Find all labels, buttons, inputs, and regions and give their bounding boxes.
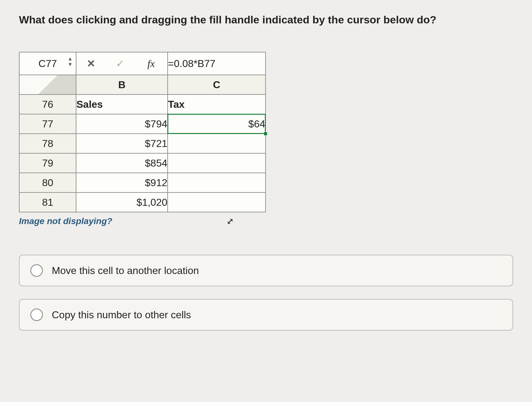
radio-icon[interactable] xyxy=(30,264,43,277)
stepper-up-icon[interactable]: ▲ xyxy=(68,56,73,61)
answer-option[interactable]: Move this cell to another location xyxy=(19,255,513,286)
table-row: 80$912 xyxy=(19,173,266,192)
cell-c[interactable] xyxy=(168,134,266,153)
confirm-button[interactable]: ✓ xyxy=(106,58,135,70)
cancel-button[interactable]: ✕ xyxy=(76,58,106,70)
name-box-stepper[interactable]: ▲ ▼ xyxy=(68,56,73,67)
image-help-link[interactable]: Image not displaying? xyxy=(19,216,112,226)
row-header[interactable]: 76 xyxy=(19,94,76,114)
formula-input[interactable]: =0.08*B77 xyxy=(168,52,266,75)
table-row: 79$854 xyxy=(19,153,266,173)
row-header[interactable]: 78 xyxy=(19,134,76,153)
expand-icon[interactable]: ⤢ xyxy=(227,216,234,226)
cell-b[interactable]: Sales xyxy=(76,94,168,114)
cell-c[interactable] xyxy=(168,153,266,173)
fill-handle[interactable] xyxy=(264,132,267,136)
answer-options: Move this cell to another locationCopy t… xyxy=(19,255,513,331)
table-row: 76SalesTax xyxy=(19,94,266,114)
radio-icon[interactable] xyxy=(30,308,43,321)
cell-b[interactable]: $794 xyxy=(76,114,168,134)
column-header-row: B C xyxy=(19,75,266,94)
answer-option[interactable]: Copy this number to other cells xyxy=(19,299,513,331)
cell-b[interactable]: $854 xyxy=(76,153,168,173)
column-header-c[interactable]: C xyxy=(168,75,266,94)
answer-label: Move this cell to another location xyxy=(52,265,199,277)
column-header-b[interactable]: B xyxy=(76,75,168,94)
cell-b[interactable]: $721 xyxy=(76,134,168,153)
formula-bar-row: C77 ▲ ▼ ✕ ✓ fx =0.08*B77 xyxy=(19,52,266,75)
stepper-down-icon[interactable]: ▼ xyxy=(68,62,73,67)
answer-label: Copy this number to other cells xyxy=(52,309,191,321)
cell-c[interactable]: $64 xyxy=(168,114,266,134)
cell-value: $64 xyxy=(248,118,265,130)
cell-c[interactable] xyxy=(168,192,266,212)
table-row: 78$721 xyxy=(19,134,266,153)
select-all-corner[interactable] xyxy=(19,75,76,94)
row-header[interactable]: 77 xyxy=(19,114,76,134)
row-header[interactable]: 81 xyxy=(19,192,76,212)
table-row: 77$794$64 xyxy=(19,114,266,134)
row-header[interactable]: 80 xyxy=(19,173,76,192)
selected-cell[interactable]: $64 xyxy=(168,114,265,133)
table-row: 81$1,020 xyxy=(19,192,266,212)
row-header[interactable]: 79 xyxy=(19,153,76,173)
cell-c[interactable] xyxy=(168,173,266,192)
question-text: What does clicking and dragging the fill… xyxy=(19,13,513,27)
spreadsheet-table: C77 ▲ ▼ ✕ ✓ fx =0.08*B77 B xyxy=(19,52,266,212)
cell-b[interactable]: $1,020 xyxy=(76,192,168,212)
cell-b[interactable]: $912 xyxy=(76,173,168,192)
cell-c[interactable]: Tax xyxy=(168,94,266,114)
name-box[interactable]: C77 ▲ ▼ xyxy=(19,52,76,75)
name-box-value: C77 xyxy=(39,58,57,69)
fx-button[interactable]: fx xyxy=(135,58,167,70)
spreadsheet-image: C77 ▲ ▼ ✕ ✓ fx =0.08*B77 B xyxy=(19,52,513,226)
